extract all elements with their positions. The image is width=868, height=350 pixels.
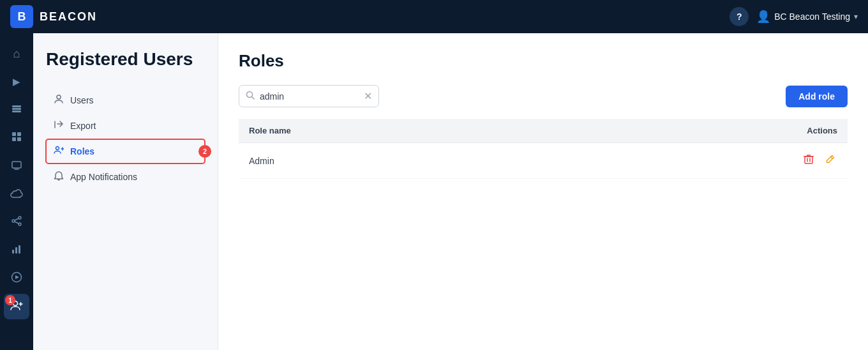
- svg-rect-1: [12, 108, 21, 110]
- table-body: Admin: [239, 143, 848, 179]
- svg-line-12: [15, 218, 19, 220]
- svg-rect-6: [17, 137, 21, 141]
- cloud-icon: [10, 188, 23, 201]
- export-nav-icon: [54, 119, 64, 132]
- roles-nav-label: Roles: [70, 146, 94, 156]
- app-notifications-nav-label: App Notifications: [70, 172, 137, 182]
- sub-sidebar-title: Registered Users: [46, 49, 205, 70]
- sidebar-item-app-notifications[interactable]: App Notifications: [46, 165, 205, 189]
- search-input[interactable]: [260, 91, 359, 102]
- svg-rect-3: [12, 132, 16, 136]
- sidebar-item-layers[interactable]: [4, 97, 29, 123]
- user-menu[interactable]: 👤 BC Beacon Testing ▾: [756, 10, 858, 24]
- users-nav-icon: [54, 94, 64, 107]
- svg-point-22: [57, 95, 61, 99]
- svg-point-9: [19, 217, 21, 219]
- svg-line-32: [831, 157, 833, 159]
- beacon-logo: B: [10, 5, 33, 28]
- sub-sidebar: Registered Users Users E: [33, 33, 218, 350]
- svg-rect-7: [12, 162, 21, 168]
- search-box: ✕: [239, 85, 379, 107]
- navbar-left: B BEACON: [10, 5, 97, 28]
- play-circle-icon: [11, 271, 22, 286]
- svg-point-11: [19, 223, 21, 225]
- svg-rect-0: [12, 105, 21, 107]
- help-button[interactable]: ?: [730, 7, 749, 26]
- tv-icon: [11, 159, 22, 174]
- analytics-icon: [11, 243, 22, 258]
- layers-icon: [11, 103, 22, 117]
- table-header: Role name Actions: [239, 119, 848, 143]
- svg-line-27: [252, 97, 255, 100]
- svg-rect-2: [12, 110, 21, 112]
- sidebar-item-share[interactable]: [4, 209, 29, 235]
- sidebar-item-home[interactable]: ⌂: [4, 41, 29, 66]
- add-role-button[interactable]: Add role: [786, 86, 848, 107]
- actions-cell: [559, 143, 848, 179]
- search-add-row: ✕ Add role: [239, 85, 848, 107]
- notifications-nav-icon: [54, 171, 64, 183]
- main-content: Roles ✕ Add role Rol: [218, 33, 868, 350]
- sidebar-item-tv[interactable]: [4, 153, 29, 179]
- sidebar-item-video[interactable]: ▶: [4, 69, 29, 95]
- sidebar-active-badge: 1: [5, 295, 15, 305]
- sidebar-item-users[interactable]: Users: [46, 88, 205, 112]
- table-row: Admin: [239, 143, 848, 179]
- sidebar-item-export[interactable]: Export: [46, 114, 205, 138]
- page-title: Roles: [239, 51, 848, 71]
- sidebar-item-play[interactable]: [4, 266, 29, 291]
- svg-line-13: [15, 222, 19, 224]
- user-name: BC Beacon Testing: [774, 11, 850, 22]
- roles-nav-badge: 2: [198, 145, 211, 158]
- navbar: B BEACON ? 👤 BC Beacon Testing ▾: [0, 0, 868, 33]
- main-layout: ⌂ ▶: [0, 33, 868, 350]
- svg-marker-18: [15, 275, 19, 279]
- role-name-cell: Admin: [239, 143, 559, 179]
- roles-nav-icon: [54, 145, 64, 158]
- svg-rect-14: [12, 250, 14, 254]
- home-icon: ⌂: [13, 47, 20, 61]
- sidebar-item-registered-users[interactable]: 1: [4, 294, 29, 319]
- brand-name: BEACON: [40, 10, 97, 24]
- sidebar-item-roles[interactable]: Roles 2: [46, 139, 205, 164]
- share-icon: [11, 215, 22, 230]
- icon-sidebar: ⌂ ▶: [0, 33, 33, 350]
- column-role-name: Role name: [239, 119, 559, 143]
- sidebar-item-cloud[interactable]: [4, 181, 29, 207]
- logo-letter: B: [18, 10, 26, 24]
- sub-sidebar-nav: Users Export: [46, 88, 205, 189]
- video-icon: ▶: [13, 76, 20, 88]
- svg-rect-15: [15, 247, 17, 254]
- content-area: Roles ✕ Add role Rol: [218, 33, 868, 350]
- svg-point-23: [56, 146, 59, 149]
- edit-role-button[interactable]: [823, 152, 837, 169]
- svg-rect-4: [17, 132, 21, 136]
- user-icon: 👤: [756, 10, 770, 24]
- svg-rect-16: [19, 245, 20, 254]
- users-nav-label: Users: [70, 95, 94, 105]
- search-icon: [246, 91, 255, 102]
- sidebar-item-analytics[interactable]: [4, 238, 29, 263]
- sidebar-item-media[interactable]: [4, 125, 29, 151]
- svg-point-10: [12, 220, 15, 222]
- svg-rect-28: [805, 156, 812, 164]
- export-nav-label: Export: [70, 121, 96, 131]
- delete-role-button[interactable]: [802, 152, 816, 169]
- svg-rect-5: [12, 137, 16, 141]
- media-icon: [11, 131, 22, 146]
- clear-search-icon[interactable]: ✕: [364, 90, 372, 102]
- roles-table: Role name Actions Admin: [239, 119, 848, 179]
- chevron-down-icon: ▾: [854, 12, 858, 21]
- navbar-right: ? 👤 BC Beacon Testing ▾: [730, 7, 858, 26]
- column-actions: Actions: [559, 119, 848, 143]
